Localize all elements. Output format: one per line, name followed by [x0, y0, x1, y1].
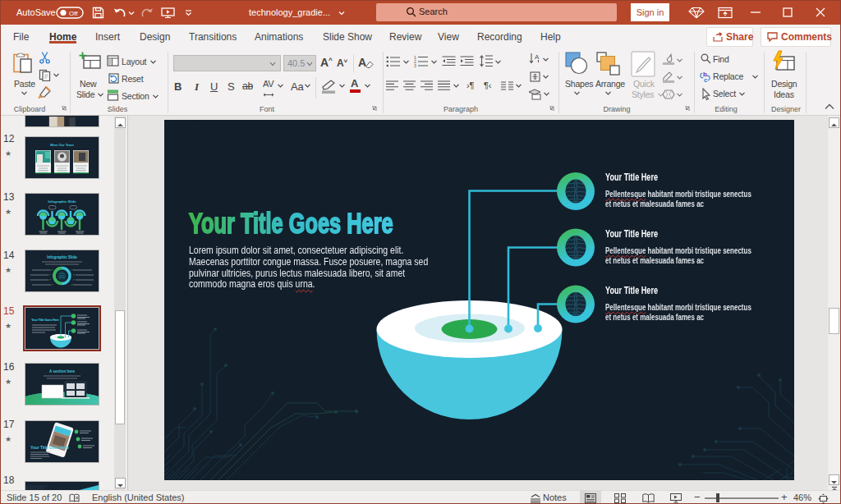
svg-text:Infographic Slide: Infographic Slide — [47, 255, 77, 259]
svg-text:Infographic Slide: Infographic Slide — [48, 199, 77, 204]
svg-text:Your Title Goes Here: Your Title Goes Here — [189, 206, 393, 239]
svg-text:Meet Our Team: Meet Our Team — [50, 143, 74, 147]
svg-text:Your Title Goes Here: Your Title Goes Here — [31, 318, 60, 322]
svg-text:c: c — [704, 76, 708, 83]
svg-text:A: A — [535, 53, 540, 61]
svg-text:3: 3 — [414, 63, 416, 67]
svg-text:Off: Off — [69, 10, 78, 17]
svg-text:A section here: A section here — [49, 369, 75, 373]
svg-text:Your Title Goes Here: Your Title Goes Here — [30, 446, 69, 450]
